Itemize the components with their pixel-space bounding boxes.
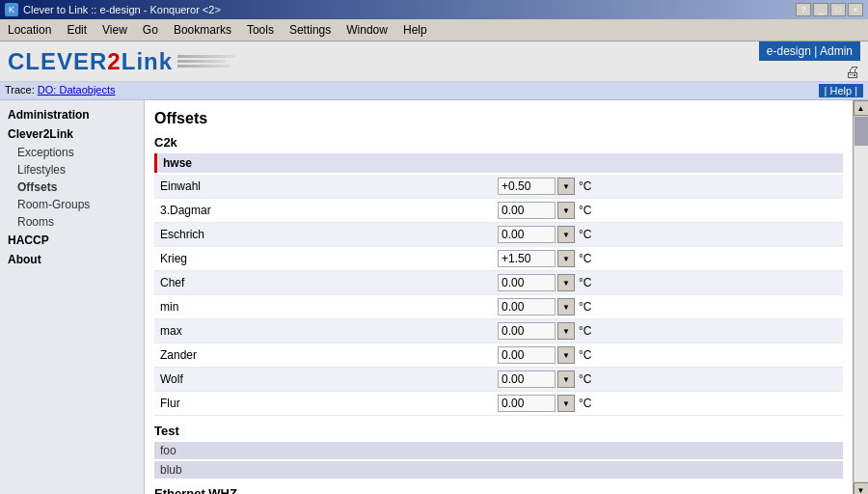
app-header: CLEVER2Link e-design | Admin 🖨 (0, 41, 868, 82)
offset-input-krieg[interactable] (498, 250, 556, 267)
dropdown-flur[interactable]: ▼ (557, 395, 575, 412)
offset-input-flur[interactable] (498, 395, 556, 412)
menu-help[interactable]: Help (395, 21, 435, 39)
dropdown-eschrich[interactable]: ▼ (557, 226, 575, 243)
row-label: Flur (160, 397, 498, 410)
offset-input-dagmar[interactable] (498, 202, 556, 219)
maximize-btn[interactable]: □ (830, 3, 846, 16)
unit-flur: °C (579, 397, 591, 410)
sidebar-item-offsets[interactable]: Offsets (0, 178, 144, 196)
offset-input-group: ▼ °C (498, 395, 591, 412)
scroll-track[interactable] (854, 117, 868, 481)
dropdown-min[interactable]: ▼ (557, 298, 575, 316)
close-btn[interactable]: × (848, 3, 863, 16)
menu-location[interactable]: Location (0, 21, 59, 39)
menu-edit[interactable]: Edit (59, 21, 95, 39)
offset-input-group: ▼ °C (498, 298, 591, 316)
app-icon: K (5, 3, 18, 16)
trace-label: Trace: (5, 84, 35, 96)
unit-eschrich: °C (579, 228, 591, 241)
sidebar-item-rooms[interactable]: Rooms (0, 213, 144, 231)
unit-chef: °C (579, 276, 591, 289)
unit-einwahl: °C (579, 179, 591, 193)
trace-path[interactable]: DO: Dataobjects (38, 84, 116, 96)
table-row: 3.Dagmar ▼ °C (154, 199, 843, 223)
unit-krieg: °C (579, 252, 591, 265)
table-row: max ▼ °C (154, 319, 843, 343)
dropdown-max[interactable]: ▼ (557, 322, 575, 340)
sidebar-item-room-groups[interactable]: Room-Groups (0, 196, 144, 213)
dropdown-wolf[interactable]: ▼ (557, 370, 575, 388)
menu-tools[interactable]: Tools (239, 21, 282, 39)
unit-dagmar: °C (579, 204, 591, 217)
sidebar-item-about[interactable]: About (0, 250, 144, 269)
offset-input-eschrich[interactable] (498, 226, 556, 243)
sidebar-item-exceptions[interactable]: Exceptions (0, 144, 144, 161)
scroll-thumb[interactable] (854, 117, 868, 146)
offset-input-group: ▼ °C (498, 178, 591, 195)
menu-settings[interactable]: Settings (282, 21, 339, 39)
vertical-scrollbar[interactable]: ▲ ▼ (853, 100, 868, 494)
row-label: Chef (160, 276, 498, 289)
menu-go[interactable]: Go (135, 21, 166, 39)
table-row: min ▼ °C (154, 295, 843, 319)
window-title: Clever to Link :: e-design - Konqueror <… (23, 4, 221, 15)
table-row: Zander ▼ °C (154, 343, 843, 368)
sidebar: Administration Clever2Link Exceptions Li… (0, 100, 145, 494)
offset-input-group: ▼ °C (498, 274, 591, 291)
offset-input-zander[interactable] (498, 346, 556, 364)
row-label: Eschrich (160, 228, 498, 241)
menu-view[interactable]: View (95, 21, 135, 39)
offset-input-einwahl[interactable] (498, 178, 556, 195)
group-blub: blub (154, 461, 843, 479)
help-btn[interactable]: ? (796, 3, 811, 16)
row-label: Einwahl (160, 179, 498, 193)
minimize-btn[interactable]: _ (813, 3, 828, 16)
offset-input-max[interactable] (498, 322, 556, 340)
dropdown-dagmar[interactable]: ▼ (557, 202, 575, 219)
scroll-up-btn[interactable]: ▲ (854, 100, 869, 116)
table-row: Einwahl ▼ °C (154, 175, 843, 199)
row-label: Zander (160, 348, 498, 362)
user-info: e-design | Admin (759, 41, 860, 61)
row-label: Krieg (160, 252, 498, 265)
titlebar: K Clever to Link :: e-design - Konqueror… (0, 0, 868, 19)
group-hwse: hwse (154, 153, 843, 173)
row-label: max (160, 324, 498, 338)
dropdown-krieg[interactable]: ▼ (557, 250, 575, 267)
table-row: Chef ▼ °C (154, 271, 843, 295)
offset-input-group: ▼ °C (498, 226, 591, 243)
table-row: Krieg ▼ °C (154, 247, 843, 271)
logo-decoration (177, 55, 235, 68)
group-foo: foo (154, 442, 843, 459)
offset-input-min[interactable] (498, 298, 556, 316)
logo-area: CLEVER2Link (8, 48, 235, 75)
dropdown-zander[interactable]: ▼ (557, 346, 575, 364)
scroll-down-btn[interactable]: ▼ (854, 482, 869, 494)
table-row: Wolf ▼ °C (154, 368, 843, 392)
window-controls[interactable]: ? _ □ × (796, 3, 863, 16)
offset-input-chef[interactable] (498, 274, 556, 291)
table-row: Eschrich ▼ °C (154, 223, 843, 247)
menu-bookmarks[interactable]: Bookmarks (166, 21, 239, 39)
print-icon[interactable]: 🖨 (845, 64, 860, 81)
offset-input-wolf[interactable] (498, 370, 556, 388)
sidebar-item-haccp[interactable]: HACCP (0, 231, 144, 250)
sidebar-item-lifestyles[interactable]: Lifestyles (0, 161, 144, 178)
offset-input-group: ▼ °C (498, 346, 591, 364)
section-test: Test (154, 424, 843, 438)
content-area: Offsets C2k hwse Einwahl ▼ °C 3.Dagmar ▼… (145, 100, 853, 494)
main-layout: Administration Clever2Link Exceptions Li… (0, 100, 868, 494)
row-label: 3.Dagmar (160, 204, 498, 217)
offset-input-group: ▼ °C (498, 370, 591, 388)
row-label: min (160, 300, 498, 314)
sidebar-item-clever2link[interactable]: Clever2Link (0, 124, 144, 144)
help-link[interactable]: | Help | (819, 84, 863, 97)
page-title: Offsets (154, 110, 843, 127)
sidebar-item-administration[interactable]: Administration (0, 105, 144, 124)
menu-window[interactable]: Window (339, 21, 395, 39)
dropdown-einwahl[interactable]: ▼ (557, 178, 575, 195)
table-row: Flur ▼ °C (154, 392, 843, 416)
dropdown-chef[interactable]: ▼ (557, 274, 575, 291)
offset-input-group: ▼ °C (498, 250, 591, 267)
